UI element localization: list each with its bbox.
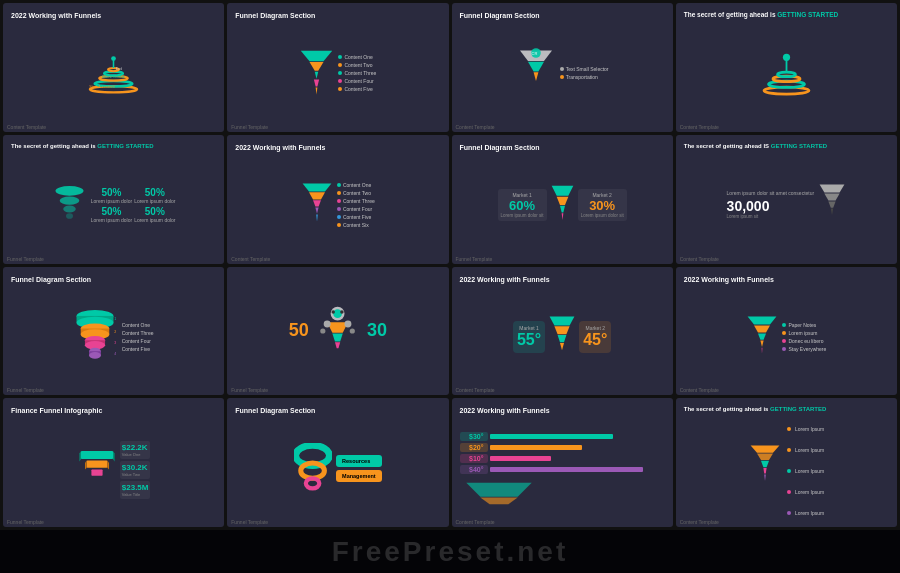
svg-marker-72 xyxy=(558,335,567,342)
svg-marker-95 xyxy=(764,474,766,480)
slide-8[interactable]: The secret of getting ahead IS GETTING S… xyxy=(676,135,897,264)
svg-point-25 xyxy=(783,53,790,60)
funnel-icon-7 xyxy=(550,184,575,226)
svg-marker-64 xyxy=(332,333,342,341)
slide-15[interactable]: 2022 Working with Funnels $30° $20° $10°… xyxy=(452,398,673,527)
slide-15-title: 2022 Working with Funnels xyxy=(460,406,665,415)
svg-point-62 xyxy=(340,310,343,313)
slide-2-content-lines: Content One Content Two Content Three Co… xyxy=(338,54,376,92)
svg-marker-75 xyxy=(754,325,770,332)
funnel-icon-6 xyxy=(301,180,333,230)
slide-14-visual: Resources Management xyxy=(235,418,440,519)
slide-13[interactable]: Finance Funnel Infographic $22.2KValue O… xyxy=(3,398,224,527)
slide-10-label: Funnel Template xyxy=(231,387,268,393)
slide-5-label: Funnel Template xyxy=(7,256,44,262)
svg-rect-79 xyxy=(81,451,113,459)
svg-marker-30 xyxy=(303,184,332,192)
svg-marker-84 xyxy=(85,460,87,469)
slide-12-label: Content Template xyxy=(680,387,719,393)
svg-marker-16 xyxy=(528,62,544,72)
spiral-icon-4 xyxy=(759,51,814,96)
slide-5-visual: 50%Lorem ipsum dolor 50%Lorem ipsum dolo… xyxy=(11,154,216,256)
svg-marker-90 xyxy=(480,497,517,504)
slide-3-label: Content Template xyxy=(456,124,495,130)
slide-12-visual: Paper Notes Lorem ipsum Donec eu libero … xyxy=(684,287,889,388)
svg-marker-85 xyxy=(107,460,109,469)
slide-5[interactable]: The secret of getting ahead is GETTING S… xyxy=(3,135,224,264)
svg-marker-32 xyxy=(313,200,321,206)
slide-1-label: Content Template xyxy=(7,124,46,130)
svg-point-28 xyxy=(63,206,76,213)
main-grid: 2022 Working with Funnels Start 1 conten… xyxy=(0,0,900,530)
svg-text:10%: 10% xyxy=(114,318,116,322)
slide-14-label: Funnel Template xyxy=(231,519,268,525)
slide-6-title: 2022 Working with Funnels xyxy=(235,143,440,152)
slide-6[interactable]: 2022 Working with Funnels Content One Co… xyxy=(227,135,448,264)
slide-16-label: Content Template xyxy=(680,519,719,525)
svg-marker-71 xyxy=(555,326,570,334)
watermark-bar: FreePreset.net xyxy=(0,530,900,573)
svg-marker-89 xyxy=(466,482,531,496)
slide-6-label: Content Template xyxy=(231,256,270,262)
slide-8-visual: Lorem ipsum dolor sit amet consectetur 3… xyxy=(684,154,889,256)
finance-funnel-icon xyxy=(77,446,117,492)
slide-9[interactable]: Funnel Diagram Section xyxy=(3,267,224,396)
funnel-icon-2 xyxy=(299,49,334,97)
slide-4[interactable]: The secret of getting ahead is GETTING S… xyxy=(676,3,897,132)
slide-10-visual: 50 30 xyxy=(235,275,440,388)
svg-marker-33 xyxy=(315,208,318,214)
slide-4-visual xyxy=(684,22,889,123)
svg-marker-38 xyxy=(561,214,563,221)
slide-13-visual: $22.2KValue One $30.2KValue Two $23.5MVa… xyxy=(11,418,216,519)
svg-marker-41 xyxy=(829,201,836,207)
slide-13-label: Funnel Template xyxy=(7,519,44,525)
svg-marker-12 xyxy=(315,72,318,79)
svg-point-67 xyxy=(344,320,351,327)
spiral-icon: Start 1 content Start 2 content End xyxy=(86,51,141,96)
svg-marker-35 xyxy=(551,186,573,196)
svg-marker-65 xyxy=(335,342,340,348)
slide-11[interactable]: 2022 Working with Funnels Market 1 55° M… xyxy=(452,267,673,396)
svg-marker-11 xyxy=(310,63,324,72)
svg-point-66 xyxy=(324,320,331,327)
svg-marker-42 xyxy=(831,208,833,214)
slide-1[interactable]: 2022 Working with Funnels Start 1 conten… xyxy=(3,3,224,132)
slide-16[interactable]: The secret of getting ahead is GETTING S… xyxy=(676,398,897,527)
slide-8-label: Content Template xyxy=(680,256,719,262)
slide-7-label: Funnel Template xyxy=(456,256,493,262)
slide-15-label: Content Template xyxy=(456,519,495,525)
svg-point-26 xyxy=(55,186,83,196)
svg-point-29 xyxy=(66,213,73,219)
slide-3[interactable]: Funnel Diagram Section CR Text Small Sel… xyxy=(452,3,673,132)
slide-11-visual: Market 1 55° Market 2 45° xyxy=(460,287,665,388)
slide-2[interactable]: Funnel Diagram Section Content One Conte… xyxy=(227,3,448,132)
slide-16-title: The secret of getting ahead is GETTING S… xyxy=(684,406,889,414)
svg-marker-78 xyxy=(762,348,763,354)
slide-12-title: 2022 Working with Funnels xyxy=(684,275,889,284)
svg-text:End: End xyxy=(116,66,122,70)
svg-marker-39 xyxy=(820,184,845,192)
svg-marker-40 xyxy=(825,193,840,200)
slide-12[interactable]: 2022 Working with Funnels Paper Notes Lo… xyxy=(676,267,897,396)
slide-10[interactable]: 50 30 xyxy=(227,267,448,396)
slide-5-title: The secret of getting ahead is GETTING S… xyxy=(11,143,216,151)
svg-point-61 xyxy=(331,310,334,313)
svg-marker-74 xyxy=(748,317,777,325)
colored-funnel-icon xyxy=(749,442,781,494)
svg-marker-10 xyxy=(301,51,332,61)
svg-text:CR: CR xyxy=(531,51,537,56)
slide-6-content-lines: Content One Content Two Content Three Co… xyxy=(337,182,375,228)
slide-16-visual: Lorem Ipsum Lorem Ipsum Lorem Ipsum Lore… xyxy=(684,417,889,519)
svg-text:20%: 20% xyxy=(114,330,116,334)
slide-4-label: Content Template xyxy=(680,124,719,130)
slide-4-title: The secret of getting ahead is GETTING S… xyxy=(684,11,889,19)
svg-marker-82 xyxy=(79,451,81,461)
funnel-icon-11 xyxy=(548,314,576,360)
svg-marker-91 xyxy=(750,446,779,453)
svg-marker-70 xyxy=(550,317,575,326)
svg-point-60 xyxy=(333,309,342,318)
slide-11-label: Content Template xyxy=(456,387,495,393)
slide-7[interactable]: Funnel Diagram Section Market 1 60% Lore… xyxy=(452,135,673,264)
slide-14[interactable]: Funnel Diagram Section Resources Managem… xyxy=(227,398,448,527)
slide-14-title: Funnel Diagram Section xyxy=(235,406,440,415)
